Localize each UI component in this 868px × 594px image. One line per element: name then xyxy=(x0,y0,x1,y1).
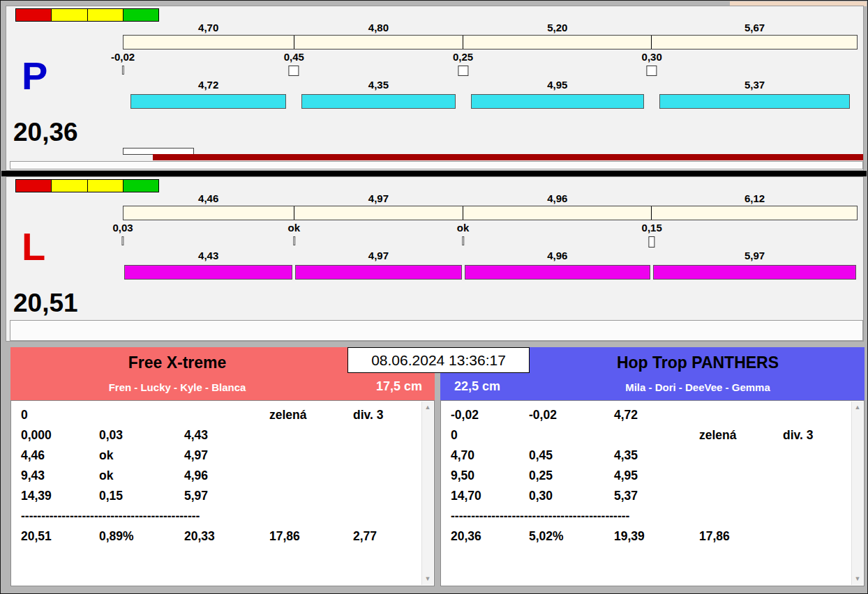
dog-time-bar xyxy=(124,265,292,280)
table-cell: ok xyxy=(99,466,184,486)
split-time-label: 4,97 xyxy=(294,192,463,205)
table-row: 20,365,02%19,3917,86 xyxy=(441,526,851,547)
table-cell: 4,70 xyxy=(451,446,529,466)
jump-height-label: 22,5 cm xyxy=(454,379,500,394)
dog-time-bar xyxy=(659,94,850,109)
delta-value: 0,45 xyxy=(284,51,304,63)
split-bar-segment xyxy=(652,206,857,220)
table-cell: 0,25 xyxy=(529,466,614,486)
team-results-table: -0,02-0,024,720zelenádiv. 34,700,454,359… xyxy=(440,400,865,586)
scroll-down-arrow[interactable]: ▼ xyxy=(422,576,433,582)
dog-time-bar xyxy=(465,265,651,280)
table-cell xyxy=(269,446,353,466)
dog-time-label: 4,72 xyxy=(123,79,294,91)
table-cell xyxy=(353,446,421,466)
split-bar-segment xyxy=(294,36,463,49)
table-cell xyxy=(99,405,184,425)
split-bar-segment xyxy=(124,206,294,220)
time-bar-row: 4,724,354,955,37 xyxy=(123,79,858,111)
table-row: 4,46ok4,97 xyxy=(11,446,421,466)
table-cell: 19,39 xyxy=(614,526,699,547)
scrollbar[interactable]: ▲ ▼ xyxy=(851,402,863,585)
table-cell: 4,97 xyxy=(184,446,269,466)
lane-panel-p: P 4,704,805,205,67 -0,020,450,250,30 4,7… xyxy=(6,6,864,171)
table-cell: 0 xyxy=(21,405,99,425)
tick-marker xyxy=(121,236,124,245)
table-separator: ----------------------------------------… xyxy=(441,506,851,526)
table-row: -0,02-0,024,72 xyxy=(441,405,851,425)
dog-time-bar xyxy=(471,94,645,109)
table-row: 14,700,305,37 xyxy=(441,486,851,506)
status-light xyxy=(52,180,87,192)
table-cell: 0,03 xyxy=(99,425,184,446)
dog-time-segment: 4,95 xyxy=(463,79,652,111)
app-window: P 4,704,805,205,67 -0,020,450,250,30 4,7… xyxy=(0,0,868,594)
table-cell: 4,95 xyxy=(614,466,699,486)
status-light xyxy=(16,180,52,192)
checkbox-marker[interactable] xyxy=(458,66,468,76)
table-cell xyxy=(783,405,851,425)
delta-value: -0,02 xyxy=(111,51,135,63)
table-cell: 9,43 xyxy=(21,466,99,486)
status-lights xyxy=(15,8,159,22)
table-cell: zelená xyxy=(699,425,783,446)
table-row: 20,510,89%20,3317,862,77 xyxy=(11,526,421,547)
time-bar-row: 4,434,974,965,97 xyxy=(123,250,858,282)
table-cell: 4,46 xyxy=(21,446,99,466)
table-cell xyxy=(269,466,353,486)
split-bar-top xyxy=(123,35,858,50)
table-cell: 0,45 xyxy=(529,446,614,466)
table-row: 0zelenádiv. 3 xyxy=(11,405,421,425)
datetime-display: 08.06.2024 13:36:17 xyxy=(347,347,530,373)
team-members: Mila - Dori - DeeVee - Gemma xyxy=(440,381,865,393)
table-cell xyxy=(783,526,851,547)
lane-divider xyxy=(1,171,867,176)
table-cell xyxy=(699,486,783,506)
delta-value: ok xyxy=(457,222,470,234)
delta-value: 0,15 xyxy=(642,222,662,234)
status-light xyxy=(88,180,124,192)
delta-item: 0,25 xyxy=(453,51,473,76)
table-cell: 17,86 xyxy=(699,526,783,547)
table-cell: 4,96 xyxy=(184,466,269,486)
table-cell xyxy=(353,425,421,446)
table-cell xyxy=(699,446,783,466)
team-members: Fren - Lucky - Kyle - Blanca xyxy=(10,381,435,393)
jump-height-label: 17,5 cm xyxy=(376,379,422,394)
checkbox-marker[interactable] xyxy=(647,66,657,76)
table-cell xyxy=(614,425,699,446)
scrollbar[interactable]: ▲ ▼ xyxy=(421,402,433,585)
lane-footer-strip xyxy=(10,320,863,341)
table-cell: 20,51 xyxy=(21,526,99,547)
run-progress-fill xyxy=(153,154,863,160)
delta-item: 0,03 xyxy=(112,222,133,245)
table-cell: ok xyxy=(99,446,184,466)
table-cell xyxy=(783,486,851,506)
dog-time-segment: 4,97 xyxy=(294,250,463,282)
delta-value: 0,03 xyxy=(112,222,133,234)
tick-marker xyxy=(293,236,295,245)
table-cell xyxy=(269,425,353,446)
dog-time-label: 5,97 xyxy=(652,250,858,262)
status-light xyxy=(124,9,158,21)
scroll-down-arrow[interactable]: ▼ xyxy=(852,576,863,582)
delta-item: 0,30 xyxy=(642,51,662,76)
scroll-up-arrow[interactable]: ▲ xyxy=(852,404,863,411)
table-cell xyxy=(783,446,851,466)
delta-item: 0,45 xyxy=(284,51,304,76)
table-separator: ----------------------------------------… xyxy=(11,506,421,526)
delta-item: ok xyxy=(288,222,301,245)
table-cell xyxy=(529,425,614,446)
table-cell: zelená xyxy=(269,405,353,425)
delta-value: 0,25 xyxy=(453,51,473,63)
dog-time-label: 4,97 xyxy=(294,250,463,262)
split-time-label: 4,80 xyxy=(294,22,463,34)
tick-marker xyxy=(649,236,655,247)
scroll-up-arrow[interactable]: ▲ xyxy=(422,404,433,411)
checkbox-marker[interactable] xyxy=(289,66,299,76)
split-bar-segment xyxy=(652,36,857,49)
table-cell: div. 3 xyxy=(353,405,421,425)
lane-letter: P xyxy=(22,56,47,96)
dog-time-segment: 4,43 xyxy=(123,250,294,282)
table-cell: -0,02 xyxy=(451,405,529,425)
